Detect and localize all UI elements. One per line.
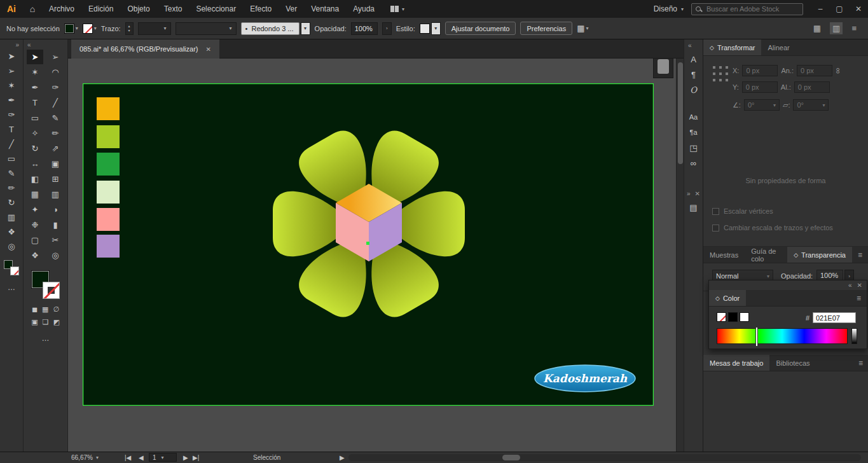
tool-blend[interactable]: ◑ (47, 202, 64, 217)
style-chevron-button[interactable]: ▾ (431, 22, 441, 35)
tool-hand[interactable]: ❖ (27, 248, 43, 263)
swatch-green[interactable] (97, 153, 120, 176)
stroke-swatch[interactable] (10, 266, 19, 275)
style-swatch[interactable] (420, 24, 430, 34)
menu-ayuda[interactable]: Ayuda (346, 0, 382, 18)
width-field[interactable]: 0 px (797, 65, 832, 76)
swatch-pale-green[interactable] (97, 181, 120, 204)
style-control[interactable]: ▾ (420, 22, 441, 35)
tool-mesh[interactable]: ▦ (27, 187, 43, 202)
character-panel-icon[interactable]: A (691, 55, 696, 64)
tool-free-transform[interactable]: ▣ (47, 156, 64, 171)
close-tab-icon[interactable]: ✕ (205, 46, 210, 53)
paragraph-panel-icon[interactable]: ¶ (691, 70, 696, 79)
menu-ventana[interactable]: Ventana (304, 0, 346, 18)
menu-edicion[interactable]: Edición (81, 0, 120, 18)
fill-stroke-indicator-small[interactable] (4, 260, 19, 275)
logo-text[interactable]: Kadoshmerah (543, 372, 628, 385)
constrain-proportions-icon[interactable]: ∞ (834, 67, 843, 73)
shear-angle-dropdown[interactable]: 0° ▾ (793, 99, 829, 111)
rotate-angle-dropdown[interactable]: 0° ▾ (744, 99, 780, 111)
logo-badge[interactable]: Kadoshmerah (535, 365, 635, 392)
color-fill-icon[interactable]: ◼ (32, 305, 38, 314)
fill-stroke-indicator[interactable] (31, 270, 60, 300)
panel-layout-icon[interactable]: ▥ (830, 22, 843, 34)
draw-behind-icon[interactable]: ❏ (43, 318, 49, 326)
tab-bibliotecas[interactable]: Bibliotecas (769, 355, 816, 371)
panel-menu-icon[interactable]: ≡ (852, 247, 868, 263)
scale-strokes-option[interactable]: Cambiar escala de trazos y efectos (712, 224, 833, 232)
reference-point-locator[interactable] (713, 66, 728, 81)
tool-perspective-grid[interactable]: ⊞ (47, 172, 64, 186)
none-color-swatch[interactable] (717, 312, 726, 322)
stroke-none-swatch[interactable] (83, 24, 93, 34)
tab-color[interactable]: ◇ Color (709, 290, 746, 306)
menu-archivo[interactable]: Archivo (42, 0, 81, 18)
zoom-control[interactable]: 66,67% ▾ (71, 452, 99, 463)
stroke-width-dropdown[interactable]: ▾ (138, 22, 171, 35)
black-swatch[interactable] (728, 312, 738, 322)
tool-line-segment[interactable]: ╱ (47, 95, 64, 110)
collapse-dock-icon[interactable]: » (687, 190, 691, 197)
draw-inside-icon[interactable]: ◩ (53, 318, 59, 326)
last-artboard-button[interactable]: ▶| (193, 452, 199, 463)
tool-zoom[interactable]: ◎ (3, 239, 20, 254)
tool-selection[interactable]: ➤ (3, 49, 20, 64)
tool-pen[interactable]: ✒ (3, 93, 20, 107)
opacity-field[interactable]: 100% (351, 22, 378, 35)
gradient-fill-icon[interactable]: ▦ (42, 305, 48, 314)
links-panel-icon[interactable]: ∞ (691, 158, 696, 168)
fill-swatch-control[interactable]: ▾ (64, 24, 78, 34)
first-artboard-button[interactable]: |◀ (125, 452, 131, 463)
stepper-up-icon[interactable]: ▴ (128, 24, 130, 29)
tool-type[interactable]: T (3, 122, 20, 137)
spectrum-marker[interactable] (756, 328, 757, 346)
tab-guia-de-color[interactable]: Guía de colo (745, 247, 787, 263)
close-panel-icon[interactable]: ✕ (857, 282, 862, 289)
swatch-orange[interactable] (97, 97, 120, 120)
paragraph-styles-panel-icon[interactable]: ¶a (689, 128, 697, 137)
menu-texto[interactable]: Texto (157, 0, 189, 18)
home-icon[interactable]: ⌂ (23, 4, 42, 14)
opacity-expander[interactable]: › (382, 22, 392, 35)
search-input[interactable] (706, 5, 796, 13)
document-setup-control[interactable]: ▦ ▾ (577, 24, 588, 33)
swatch-salmon[interactable] (97, 208, 120, 231)
tab-mesas-de-trabajo[interactable]: Mesas de trabajo (703, 355, 769, 371)
tool-shape-builder[interactable]: ◧ (27, 172, 43, 186)
tool-paintbrush[interactable]: ✎ (47, 111, 64, 125)
layers-panel-icon[interactable]: ▤ (689, 203, 697, 212)
artboard[interactable]: Kadoshmerah (83, 83, 654, 406)
menu-ver[interactable]: Ver (279, 0, 304, 18)
swatch-lavender[interactable] (97, 235, 120, 258)
opentype-panel-icon[interactable]: O (690, 85, 697, 95)
tool-symbol-sprayer[interactable]: ❉ (27, 218, 43, 232)
collapse-dock-icon[interactable]: « (688, 42, 692, 49)
character-styles-panel-icon[interactable]: Aa (689, 113, 698, 122)
tool-curvature[interactable]: ✑ (47, 80, 64, 95)
panel-menu-icon[interactable]: ≡ (851, 290, 867, 306)
document-tab[interactable]: 085.ai* al 66,67% (RGB/Previsualizar) ✕ (71, 39, 219, 59)
brush-dropdown[interactable]: • Redondo 3 ... (241, 22, 300, 35)
tool-pen[interactable]: ✒ (27, 80, 43, 95)
draw-normal-icon[interactable]: ▣ (31, 318, 38, 326)
brush-definition-control[interactable]: • Redondo 3 ... ▾ (241, 22, 310, 35)
stroke-width-stepper[interactable]: ▴ ▾ (125, 22, 134, 35)
tool-lasso[interactable]: ◠ (47, 65, 64, 79)
tool-pencil[interactable]: ✏ (47, 126, 64, 141)
stroke-swatch-control[interactable]: ▾ (83, 24, 97, 34)
fill-swatch[interactable] (64, 24, 74, 34)
status-display[interactable]: Selección (253, 452, 280, 463)
swatch-yellow-green[interactable] (97, 125, 120, 148)
tool-rotate[interactable]: ↻ (27, 141, 43, 156)
collapse-toolbar-icon[interactable]: « (27, 41, 31, 48)
edit-toolbar-button[interactable]: … (8, 283, 15, 292)
collapse-panel-icon[interactable]: « (848, 282, 852, 289)
minimize-button[interactable]: – (811, 0, 830, 18)
tab-muestras[interactable]: Muestras (703, 247, 745, 263)
dock-columns-icon[interactable]: ▦ (813, 24, 821, 33)
stepper-down-icon[interactable]: ▾ (128, 29, 130, 33)
tool-direct-selection[interactable]: ➢ (47, 50, 64, 64)
tab-transformar[interactable]: ◇ Transformar (703, 39, 761, 55)
tool-shaper[interactable]: ✧ (27, 126, 43, 141)
